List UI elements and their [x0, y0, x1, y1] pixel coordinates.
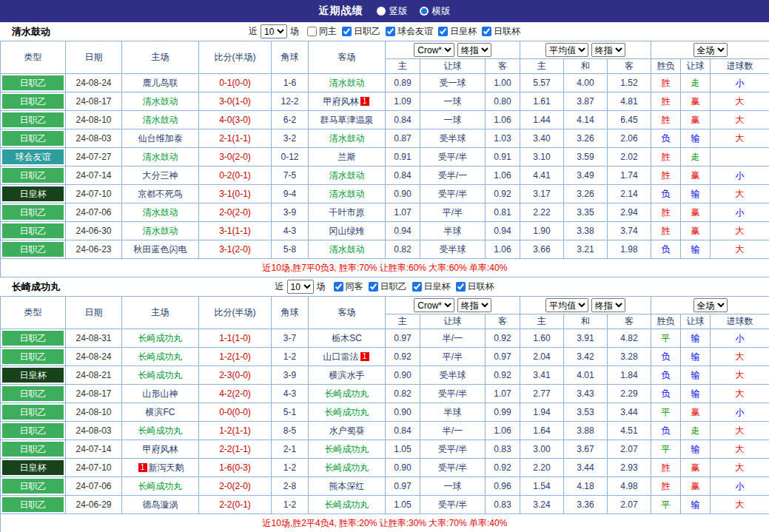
match-score[interactable]: 2-0(2-0) [199, 477, 272, 496]
filter-checkbox-group: 同主日职乙球会友谊日皇杯日联杯 [302, 25, 520, 38]
away-team-link[interactable]: 横滨水手 [329, 369, 365, 382]
match-score[interactable]: 2-3(0-0) [199, 366, 272, 385]
home-team-link[interactable]: 长崎成功丸 [138, 480, 183, 493]
games-count-select[interactable]: 10 [287, 280, 314, 294]
final-index-select[interactable]: 终指 [457, 43, 491, 57]
match-score[interactable]: 1-2(1-1) [199, 422, 272, 440]
away-team-link[interactable]: 兰斯 [338, 151, 356, 164]
home-team-link[interactable]: 长崎成功丸 [138, 425, 183, 437]
home-team-link[interactable]: 新泻天鹅 [149, 462, 184, 474]
home-team-link[interactable]: 清水鼓动 [143, 114, 178, 127]
radio-icon[interactable] [377, 7, 386, 16]
match-score[interactable]: 0-2(0-1) [199, 166, 272, 185]
match-score[interactable]: 0-1(0-0) [199, 74, 272, 92]
away-team-link[interactable]: 长崎成功丸 [325, 462, 369, 474]
filter-日职乙[interactable]: 日职乙 [342, 25, 380, 38]
away-team-link[interactable]: 长崎成功丸 [325, 388, 369, 400]
match-score[interactable]: 3-0(1-0) [199, 92, 272, 111]
home-team-link[interactable]: 德岛漩涡 [143, 499, 178, 511]
home-team-link[interactable]: 长崎成功丸 [138, 351, 183, 363]
filter-checkbox[interactable] [482, 27, 491, 36]
home-team-link[interactable]: 清水鼓动 [143, 151, 178, 164]
away-team-link[interactable]: 水户蜀葵 [329, 425, 365, 437]
match-score[interactable]: 4-2(2-0) [199, 385, 272, 403]
full-match-select[interactable]: 全场 [694, 298, 728, 312]
odds-source-select[interactable]: Crow* [414, 298, 454, 312]
average-select[interactable]: 平均值 [545, 298, 588, 312]
away-team-link[interactable]: 栃木SC [332, 332, 362, 345]
away-team-link[interactable]: 清水鼓动 [329, 243, 365, 256]
home-team-link[interactable]: 清水鼓动 [143, 225, 178, 238]
match-score[interactable]: 3-1(2-0) [199, 240, 272, 259]
home-team-link[interactable]: 大分三神 [143, 169, 178, 182]
home-team-link[interactable]: 清水鼓动 [143, 95, 178, 108]
home-team-link[interactable]: 长崎成功丸 [138, 332, 183, 345]
filter-球会友谊[interactable]: 球会友谊 [386, 25, 433, 38]
filter-checkbox[interactable] [386, 27, 395, 36]
filter-同主[interactable]: 同主 [307, 25, 337, 38]
match-score[interactable]: 3-1(0-1) [199, 185, 272, 203]
match-score[interactable]: 0-0(0-0) [199, 403, 272, 422]
average-select[interactable]: 平均值 [545, 43, 588, 57]
filter-日职乙[interactable]: 日职乙 [369, 280, 407, 293]
filter-checkbox[interactable] [438, 27, 448, 36]
away-team-link[interactable]: 长崎成功丸 [325, 443, 369, 456]
home-team-link[interactable]: 秋田蓝色闪电 [134, 243, 187, 256]
home-team-link[interactable]: 清水鼓动 [143, 206, 178, 219]
layout-radio-vertical[interactable]: 竖版 [377, 5, 408, 18]
away-team-link[interactable]: 清水鼓动 [329, 169, 365, 182]
home-team-link[interactable]: 甲府风林 [143, 443, 178, 456]
filter-checkbox[interactable] [307, 27, 317, 36]
away-team: 长崎成功丸 [325, 388, 369, 400]
filter-checkbox[interactable] [342, 27, 352, 36]
games-count-select[interactable]: 10 [261, 24, 287, 38]
match-score[interactable]: 4-0(3-0) [199, 111, 272, 129]
home-team-link[interactable]: 鹿儿岛联 [143, 77, 178, 90]
match-score[interactable]: 1-6(0-3) [199, 459, 272, 477]
away-team-link[interactable]: 千叶市原 [329, 206, 365, 219]
filter-日皇杯[interactable]: 日皇杯 [412, 280, 451, 293]
away-team-link[interactable]: 长崎成功丸 [325, 499, 369, 511]
final-index-select[interactable]: 终指 [457, 298, 491, 312]
match-score[interactable]: 1-1(1-0) [199, 329, 272, 348]
home-team-link[interactable]: 横滨FC [146, 406, 175, 419]
filter-checkbox[interactable] [334, 282, 343, 292]
match-score[interactable]: 3-0(2-0) [199, 148, 272, 166]
home-team: 甲府风林 [143, 443, 178, 456]
full-match-select[interactable]: 全场 [694, 43, 728, 57]
filter-同客[interactable]: 同客 [334, 280, 363, 293]
filter-checkbox[interactable] [369, 282, 378, 292]
match-score[interactable]: 1-2(1-0) [199, 348, 272, 366]
match-score[interactable]: 2-2(1-1) [199, 440, 272, 459]
away-team-link[interactable]: 冈山绿雉 [329, 225, 365, 238]
match-score[interactable]: 2-0(2-0) [199, 203, 272, 222]
away-team-link[interactable]: 清水鼓动 [329, 188, 365, 201]
filter-日联杯[interactable]: 日联杯 [482, 25, 520, 38]
home-team-link[interactable]: 山形山神 [143, 388, 178, 400]
away-team-link[interactable]: 甲府风林 [323, 95, 359, 108]
home-team-link[interactable]: 仙台维加泰 [138, 132, 183, 145]
home-team-link[interactable]: 京都不死鸟 [138, 188, 183, 201]
away-team-link[interactable]: 清水鼓动 [329, 77, 365, 90]
goals-result: 大 [711, 422, 769, 440]
filter-checkbox[interactable] [412, 282, 422, 292]
final-index-select-2[interactable]: 终指 [591, 298, 625, 312]
away-team-link[interactable]: 长崎成功丸 [325, 406, 369, 419]
away-team-link[interactable]: 群马草津温泉 [320, 114, 374, 127]
away-team-link[interactable]: 清水鼓动 [329, 132, 365, 145]
home-team-link[interactable]: 长崎成功丸 [138, 369, 183, 382]
filter-日联杯[interactable]: 日联杯 [456, 280, 494, 293]
filter-checkbox[interactable] [456, 282, 466, 292]
away-team: 清水鼓动 [329, 243, 365, 256]
match-score[interactable]: 2-1(1-1) [199, 129, 272, 148]
match-score[interactable]: 2-2(0-1) [199, 496, 272, 514]
match-score[interactable]: 3-1(1-1) [199, 222, 272, 240]
goals-result: 大 [711, 222, 769, 240]
radio-icon[interactable] [420, 7, 429, 16]
layout-radio-horizontal[interactable]: 横版 [420, 5, 451, 18]
final-index-select-2[interactable]: 终指 [591, 43, 625, 57]
away-team-link[interactable]: 山口雷法 [323, 351, 359, 363]
odds-source-select[interactable]: Crow* [414, 43, 454, 57]
filter-日皇杯[interactable]: 日皇杯 [438, 25, 477, 38]
away-team-link[interactable]: 熊本深红 [329, 480, 365, 493]
